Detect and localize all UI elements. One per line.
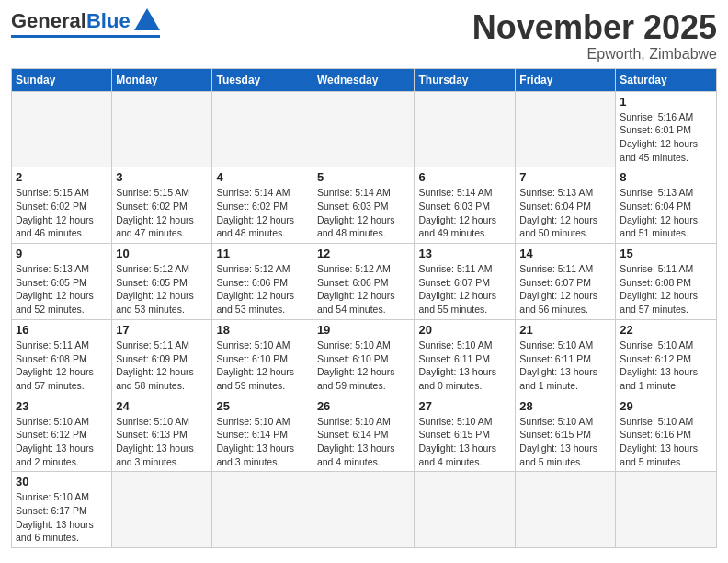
- day-number: 20: [418, 323, 511, 337]
- table-row: 24Sunrise: 5:10 AM Sunset: 6:13 PM Dayli…: [112, 396, 212, 472]
- day-number: 19: [317, 323, 411, 337]
- logo-text: General Blue: [11, 9, 160, 33]
- logo-general-text: General: [11, 9, 86, 33]
- table-row: [415, 472, 516, 548]
- header: General Blue November 2025 Epworth, Zimb…: [11, 9, 717, 63]
- table-row: 8Sunrise: 5:13 AM Sunset: 6:04 PM Daylig…: [616, 167, 717, 244]
- day-info: Sunrise: 5:10 AM Sunset: 6:15 PM Dayligh…: [418, 415, 511, 469]
- day-number: 9: [16, 247, 108, 260]
- day-number: 25: [216, 399, 308, 413]
- day-info: Sunrise: 5:12 AM Sunset: 6:06 PM Dayligh…: [317, 262, 411, 316]
- day-info: Sunrise: 5:10 AM Sunset: 6:17 PM Dayligh…: [16, 490, 108, 545]
- table-row: 7Sunrise: 5:13 AM Sunset: 6:04 PM Daylig…: [516, 167, 616, 244]
- calendar-row: 16Sunrise: 5:11 AM Sunset: 6:08 PM Dayli…: [12, 319, 717, 396]
- day-info: Sunrise: 5:10 AM Sunset: 6:11 PM Dayligh…: [418, 339, 511, 393]
- table-row: 26Sunrise: 5:10 AM Sunset: 6:14 PM Dayli…: [313, 396, 415, 472]
- col-tuesday: Tuesday: [212, 68, 313, 91]
- day-number: 26: [317, 399, 411, 413]
- day-number: 22: [620, 323, 712, 337]
- day-number: 5: [317, 170, 411, 184]
- day-number: 27: [418, 399, 511, 413]
- col-saturday: Saturday: [616, 68, 717, 91]
- table-row: 30Sunrise: 5:10 AM Sunset: 6:17 PM Dayli…: [12, 472, 112, 548]
- day-number: 29: [620, 399, 712, 413]
- day-info: Sunrise: 5:11 AM Sunset: 6:08 PM Dayligh…: [16, 339, 108, 393]
- table-row: 6Sunrise: 5:14 AM Sunset: 6:03 PM Daylig…: [415, 167, 516, 244]
- day-info: Sunrise: 5:15 AM Sunset: 6:02 PM Dayligh…: [116, 186, 208, 240]
- logo: General Blue: [11, 9, 160, 38]
- table-row: 5Sunrise: 5:14 AM Sunset: 6:03 PM Daylig…: [313, 167, 415, 244]
- day-number: 14: [519, 247, 611, 260]
- day-info: Sunrise: 5:11 AM Sunset: 6:09 PM Dayligh…: [116, 339, 208, 393]
- table-row: 29Sunrise: 5:10 AM Sunset: 6:16 PM Dayli…: [616, 396, 717, 472]
- day-number: 1: [620, 95, 712, 109]
- day-info: Sunrise: 5:11 AM Sunset: 6:07 PM Dayligh…: [418, 262, 511, 316]
- table-row: [212, 472, 313, 548]
- table-row: 13Sunrise: 5:11 AM Sunset: 6:07 PM Dayli…: [415, 244, 516, 320]
- title-block: November 2025 Epworth, Zimbabwe: [472, 9, 717, 63]
- table-row: 9Sunrise: 5:13 AM Sunset: 6:05 PM Daylig…: [12, 244, 112, 320]
- day-info: Sunrise: 5:14 AM Sunset: 6:03 PM Dayligh…: [418, 186, 511, 240]
- day-info: Sunrise: 5:10 AM Sunset: 6:10 PM Dayligh…: [317, 339, 411, 393]
- logo-underline: [11, 35, 160, 38]
- table-row: 14Sunrise: 5:11 AM Sunset: 6:07 PM Dayli…: [516, 244, 616, 320]
- day-number: 11: [216, 247, 308, 260]
- day-info: Sunrise: 5:12 AM Sunset: 6:06 PM Dayligh…: [216, 262, 308, 316]
- day-info: Sunrise: 5:11 AM Sunset: 6:07 PM Dayligh…: [519, 262, 611, 316]
- table-row: 23Sunrise: 5:10 AM Sunset: 6:12 PM Dayli…: [12, 396, 112, 472]
- day-number: 30: [16, 475, 108, 488]
- calendar-row: 23Sunrise: 5:10 AM Sunset: 6:12 PM Dayli…: [12, 396, 717, 472]
- logo-triangle-icon: [134, 8, 160, 30]
- table-row: 25Sunrise: 5:10 AM Sunset: 6:14 PM Dayli…: [212, 396, 313, 472]
- day-number: 23: [16, 399, 108, 413]
- day-number: 17: [116, 323, 208, 337]
- table-row: [516, 91, 616, 167]
- calendar-table: Sunday Monday Tuesday Wednesday Thursday…: [11, 68, 717, 549]
- table-row: 22Sunrise: 5:10 AM Sunset: 6:12 PM Dayli…: [616, 319, 717, 396]
- day-number: 24: [116, 399, 208, 413]
- day-number: 7: [519, 170, 611, 184]
- day-info: Sunrise: 5:14 AM Sunset: 6:03 PM Dayligh…: [317, 186, 411, 240]
- table-row: 10Sunrise: 5:12 AM Sunset: 6:05 PM Dayli…: [112, 244, 212, 320]
- day-info: Sunrise: 5:13 AM Sunset: 6:05 PM Dayligh…: [16, 262, 108, 316]
- day-number: 6: [418, 170, 511, 184]
- logo-blue-text: Blue: [86, 9, 131, 33]
- day-info: Sunrise: 5:10 AM Sunset: 6:13 PM Dayligh…: [116, 415, 208, 469]
- table-row: [516, 472, 616, 548]
- day-info: Sunrise: 5:14 AM Sunset: 6:02 PM Dayligh…: [216, 186, 308, 240]
- table-row: 4Sunrise: 5:14 AM Sunset: 6:02 PM Daylig…: [212, 167, 313, 244]
- day-info: Sunrise: 5:16 AM Sunset: 6:01 PM Dayligh…: [620, 110, 712, 165]
- table-row: 11Sunrise: 5:12 AM Sunset: 6:06 PM Dayli…: [212, 244, 313, 320]
- calendar-row: 30Sunrise: 5:10 AM Sunset: 6:17 PM Dayli…: [12, 472, 717, 548]
- day-info: Sunrise: 5:10 AM Sunset: 6:12 PM Dayligh…: [620, 339, 712, 393]
- day-number: 13: [418, 247, 511, 260]
- col-wednesday: Wednesday: [313, 68, 415, 91]
- day-info: Sunrise: 5:10 AM Sunset: 6:14 PM Dayligh…: [216, 415, 308, 469]
- table-row: 3Sunrise: 5:15 AM Sunset: 6:02 PM Daylig…: [112, 167, 212, 244]
- table-row: [313, 472, 415, 548]
- day-info: Sunrise: 5:10 AM Sunset: 6:11 PM Dayligh…: [519, 339, 611, 393]
- calendar-row: 9Sunrise: 5:13 AM Sunset: 6:05 PM Daylig…: [12, 244, 717, 320]
- day-number: 12: [317, 247, 411, 260]
- day-info: Sunrise: 5:11 AM Sunset: 6:08 PM Dayligh…: [620, 262, 712, 316]
- day-number: 2: [16, 170, 108, 184]
- day-number: 28: [519, 399, 611, 413]
- day-info: Sunrise: 5:10 AM Sunset: 6:12 PM Dayligh…: [16, 415, 108, 469]
- table-row: [112, 91, 212, 167]
- col-sunday: Sunday: [12, 68, 112, 91]
- page-container: General Blue November 2025 Epworth, Zimb…: [0, 0, 728, 557]
- table-row: 28Sunrise: 5:10 AM Sunset: 6:15 PM Dayli…: [516, 396, 616, 472]
- day-number: 10: [116, 247, 208, 260]
- day-info: Sunrise: 5:13 AM Sunset: 6:04 PM Dayligh…: [519, 186, 611, 240]
- table-row: [616, 472, 717, 548]
- day-number: 3: [116, 170, 208, 184]
- calendar-row: 2Sunrise: 5:15 AM Sunset: 6:02 PM Daylig…: [12, 167, 717, 244]
- table-row: 27Sunrise: 5:10 AM Sunset: 6:15 PM Dayli…: [415, 396, 516, 472]
- day-number: 8: [620, 170, 712, 184]
- day-info: Sunrise: 5:10 AM Sunset: 6:16 PM Dayligh…: [620, 415, 712, 469]
- calendar-row: 1Sunrise: 5:16 AM Sunset: 6:01 PM Daylig…: [12, 91, 717, 167]
- day-info: Sunrise: 5:12 AM Sunset: 6:05 PM Dayligh…: [116, 262, 208, 316]
- table-row: 17Sunrise: 5:11 AM Sunset: 6:09 PM Dayli…: [112, 319, 212, 396]
- day-number: 16: [16, 323, 108, 337]
- table-row: [212, 91, 313, 167]
